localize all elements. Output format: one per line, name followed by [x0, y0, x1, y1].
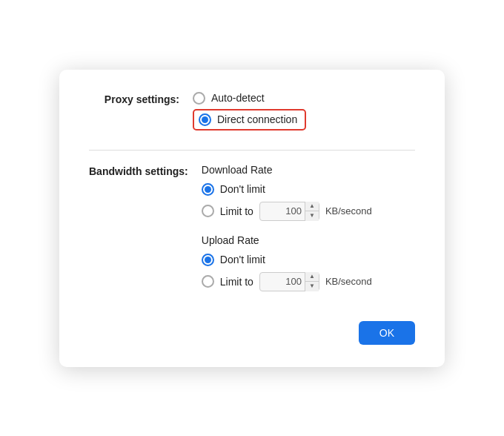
upload-spinner-down[interactable]: ▼ [305, 282, 319, 291]
download-limit-row: Limit to ▲ ▼ KB/second [202, 202, 415, 221]
direct-connection-label: Direct connection [217, 113, 297, 125]
dialog-footer: OK [89, 321, 415, 345]
download-unit-label: KB/second [325, 205, 372, 217]
section-divider [89, 150, 415, 151]
proxy-section: Proxy settings: Auto-detect Direct conne… [89, 92, 415, 136]
ok-button[interactable]: OK [359, 321, 415, 345]
download-limit-label: Limit to [220, 205, 253, 217]
upload-limit-label: Limit to [220, 276, 253, 288]
download-rate-title: Download Rate [202, 164, 415, 176]
bandwidth-options: Download Rate Don't limit Limit to ▲ ▼ [202, 164, 415, 305]
download-limit-radio[interactable] [202, 205, 214, 217]
direct-connection-radio[interactable] [199, 113, 211, 126]
upload-spinner: ▲ ▼ [305, 272, 319, 291]
settings-dialog: Proxy settings: Auto-detect Direct conne… [59, 70, 445, 367]
proxy-options: Auto-detect Direct connection [193, 92, 415, 136]
direct-connection-row: Direct connection [193, 109, 415, 132]
upload-dont-limit-row: Don't limit [202, 254, 415, 266]
download-rate-block: Download Rate Don't limit Limit to ▲ ▼ [202, 164, 415, 221]
upload-limit-row: Limit to ▲ ▼ KB/second [202, 272, 415, 291]
download-dont-limit-label: Don't limit [220, 183, 265, 195]
direct-connection-box: Direct connection [193, 109, 306, 131]
download-spinner-up[interactable]: ▲ [305, 202, 319, 212]
bandwidth-section: Bandwidth settings: Download Rate Don't … [89, 164, 415, 305]
upload-rate-block: Upload Rate Don't limit Limit to ▲ ▼ [202, 234, 415, 291]
download-limit-input-wrap: ▲ ▼ [259, 202, 319, 221]
download-spinner: ▲ ▼ [305, 202, 319, 221]
proxy-section-label: Proxy settings: [89, 92, 193, 105]
upload-spinner-up[interactable]: ▲ [305, 272, 319, 283]
upload-dont-limit-radio[interactable] [202, 254, 214, 266]
download-spinner-down[interactable]: ▼ [305, 211, 319, 221]
auto-detect-row: Auto-detect [193, 92, 415, 105]
upload-dont-limit-label: Don't limit [220, 254, 265, 265]
bandwidth-section-label: Bandwidth settings: [89, 164, 202, 177]
upload-limit-input-wrap: ▲ ▼ [259, 272, 319, 291]
upload-limit-input[interactable] [260, 272, 305, 291]
download-limit-input[interactable] [260, 202, 305, 221]
download-dont-limit-row: Don't limit [202, 183, 415, 196]
upload-rate-title: Upload Rate [202, 234, 415, 246]
auto-detect-label: Auto-detect [211, 92, 265, 104]
download-dont-limit-radio[interactable] [202, 183, 214, 196]
upload-unit-label: KB/second [325, 276, 372, 287]
upload-limit-radio[interactable] [202, 275, 214, 288]
auto-detect-radio[interactable] [193, 92, 205, 105]
